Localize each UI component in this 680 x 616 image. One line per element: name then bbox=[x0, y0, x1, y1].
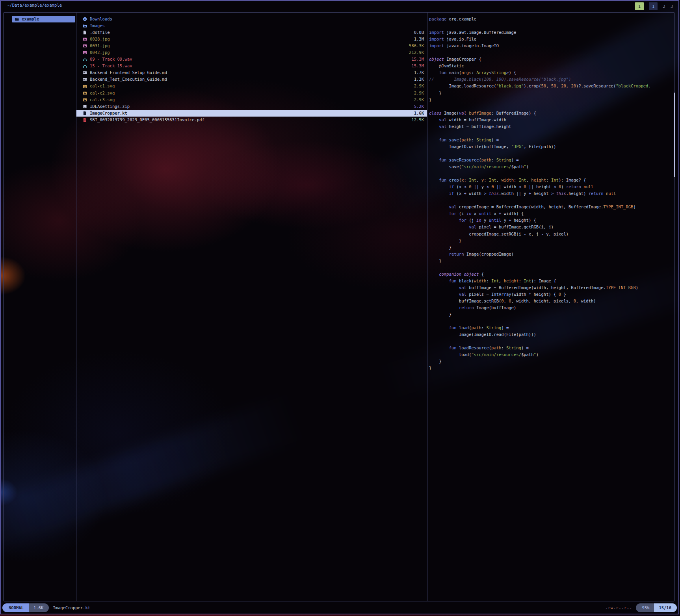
file-row[interactable]: .dotfile0.0B bbox=[76, 29, 427, 36]
file-name: 09 - Track 09.wav bbox=[90, 56, 132, 63]
file-size: 2.9K bbox=[414, 83, 424, 89]
file-name: cal-c3.svg bbox=[90, 96, 115, 103]
code-line: Image(ImageIO.read(File(path))) bbox=[429, 331, 674, 338]
preview-scrollbar-thumb[interactable] bbox=[674, 93, 675, 177]
code-line: save("src/main/resources/$path") bbox=[429, 163, 674, 170]
parent-dir-label: example bbox=[22, 16, 39, 22]
file-row[interactable]: Images bbox=[76, 22, 427, 29]
code-line: if (x < 0 || y < 0 || width < 0 || heigh… bbox=[429, 184, 674, 190]
file-name: IDEAsettings.zip bbox=[90, 103, 130, 110]
archive-icon bbox=[83, 104, 87, 109]
position-pill: 93% 15/16 bbox=[636, 603, 677, 612]
code-line: package org.example bbox=[429, 16, 674, 22]
code-line: if (x + width > this.width || y + height… bbox=[429, 190, 674, 197]
code-line: ImageIO.write(buffImage, "JPG", File(pat… bbox=[429, 143, 674, 150]
screen: ~/Data/example/example 1 123 example Dow… bbox=[0, 0, 680, 616]
code-line bbox=[429, 130, 674, 137]
tab-1[interactable]: 1 bbox=[649, 2, 658, 10]
code-line: croppedImage.setRGB(i - x, j - y, pixel) bbox=[429, 231, 674, 237]
file-row[interactable]: ImageCropper.kt1.6K bbox=[76, 110, 427, 117]
tab-2[interactable]: 2 bbox=[663, 4, 665, 9]
scroll-percent: 93% bbox=[636, 603, 654, 612]
code-line: } bbox=[429, 311, 674, 318]
kotlin-file-icon bbox=[83, 111, 87, 115]
file-name: 15 - Track 15.wav bbox=[90, 63, 132, 69]
file-name: Images bbox=[90, 22, 105, 29]
markdown-icon bbox=[83, 77, 87, 82]
preview-pane: package org.example import java.awt.imag… bbox=[427, 13, 674, 601]
code-line bbox=[429, 103, 674, 110]
file-name: Downloads bbox=[90, 16, 112, 22]
task-count-badge[interactable]: 1 bbox=[635, 2, 644, 10]
file-row[interactable]: Backend_Frontend_Setup_Guide.md1.7K bbox=[76, 69, 427, 76]
file-size: 2.9K bbox=[414, 90, 424, 96]
file-icon bbox=[83, 30, 87, 35]
wallpaper-bottom-strip bbox=[0, 614, 680, 616]
code-line: } bbox=[429, 90, 674, 96]
file-row[interactable]: IDEAsettings.zip5.2K bbox=[76, 103, 427, 110]
code-line: return Image(buffImage) bbox=[429, 304, 674, 311]
file-row[interactable]: cal-c1.svg2.9K bbox=[76, 83, 427, 89]
code-line: } bbox=[429, 237, 674, 244]
code-line bbox=[429, 318, 674, 325]
file-size: 2.9K bbox=[414, 96, 424, 103]
file-row[interactable]: Backend_Test_Execution_Guide.md1.3K bbox=[76, 76, 427, 83]
code-line: for (i in x until x + width) { bbox=[429, 210, 674, 217]
code-line: for (j in y until y + height) { bbox=[429, 217, 674, 224]
vector-image-icon bbox=[83, 97, 87, 102]
code-line: val pixels = IntArray(width * height) { … bbox=[429, 291, 674, 298]
file-row[interactable]: Downloads bbox=[76, 16, 427, 22]
vector-image-icon bbox=[83, 91, 87, 95]
file-row[interactable]: 09 - Track 09.wav15.3M bbox=[76, 56, 427, 63]
file-size: 1.6K bbox=[414, 110, 424, 117]
code-line bbox=[429, 170, 674, 177]
code-line: fun black(width: Int, height: Int): Imag… bbox=[429, 278, 674, 284]
folder-download-icon bbox=[83, 17, 87, 22]
file-row[interactable]: 0031.jpg586.3K bbox=[76, 43, 427, 49]
code-line: buffImage.setRGB(0, 0, width, height, pi… bbox=[429, 298, 674, 304]
code-line: // Image.black(100, 100).saveResource("b… bbox=[429, 76, 674, 83]
file-row[interactable]: cal-c3.svg2.9K bbox=[76, 96, 427, 103]
image-icon bbox=[83, 50, 87, 55]
file-name: cal-c2.svg bbox=[90, 90, 115, 96]
file-size: 15.3M bbox=[411, 63, 424, 69]
markdown-icon bbox=[83, 71, 87, 75]
code-line: val height = buffImage.height bbox=[429, 123, 674, 130]
breadcrumb-path: ~/Data/example/example bbox=[7, 3, 62, 7]
code-line: companion object { bbox=[429, 271, 674, 278]
code-line: @JvmStatic bbox=[429, 63, 674, 69]
file-name: 0042.jpg bbox=[90, 49, 110, 56]
file-row[interactable]: SBI_0032013739_2023_DE05_0003155631Invoi… bbox=[76, 117, 427, 123]
file-row[interactable]: 0028.jpg1.3M bbox=[76, 36, 427, 43]
code-line bbox=[429, 150, 674, 157]
file-row[interactable]: 0042.jpg212.9K bbox=[76, 49, 427, 56]
code-line: import java.awt.image.BufferedImage bbox=[429, 29, 674, 36]
code-line: } bbox=[429, 358, 674, 365]
code-line: load("src/main/resources/$path") bbox=[429, 351, 674, 358]
file-name: .dotfile bbox=[90, 29, 110, 36]
mode-indicator: NORMAL bbox=[2, 603, 29, 612]
panes-container: example DownloadsImages.dotfile0.0B0028.… bbox=[3, 12, 675, 601]
file-row[interactable]: 15 - Track 15.wav15.3M bbox=[76, 63, 427, 69]
code-line: fun loadResource(path: String) = bbox=[429, 345, 674, 351]
code-line: import java.io.File bbox=[429, 36, 674, 43]
code-line bbox=[429, 197, 674, 204]
tab-3[interactable]: 3 bbox=[671, 4, 673, 9]
code-line: } bbox=[429, 258, 674, 264]
file-size-indicator: 1.6K bbox=[29, 603, 49, 612]
titlebar: ~/Data/example/example 1 123 bbox=[0, 1, 679, 12]
file-list-pane: DownloadsImages.dotfile0.0B0028.jpg1.3M0… bbox=[76, 13, 427, 601]
parent-dir-item[interactable]: example bbox=[12, 16, 75, 22]
status-bar: NORMAL 1.6K ImageCropper.kt -rw-r--r-- 9… bbox=[2, 603, 677, 613]
file-name: ImageCropper.kt bbox=[90, 110, 127, 117]
code-line: val croppedImage = BufferedImage(width, … bbox=[429, 204, 674, 210]
file-size: 212.9K bbox=[409, 49, 424, 56]
code-line: } bbox=[429, 96, 674, 103]
status-filename: ImageCropper.kt bbox=[53, 605, 90, 610]
code-line bbox=[429, 264, 674, 271]
file-row[interactable]: cal-c2.svg2.9K bbox=[76, 90, 427, 96]
code-line: val pixel = buffImage.getRGB(i, j) bbox=[429, 224, 674, 230]
code-line: Image.loadResource("black.jpg").crop(50,… bbox=[429, 83, 674, 89]
code-line: class Image(val buffImage: BufferedImage… bbox=[429, 110, 674, 117]
code-line: fun save(path: String) = bbox=[429, 137, 674, 143]
